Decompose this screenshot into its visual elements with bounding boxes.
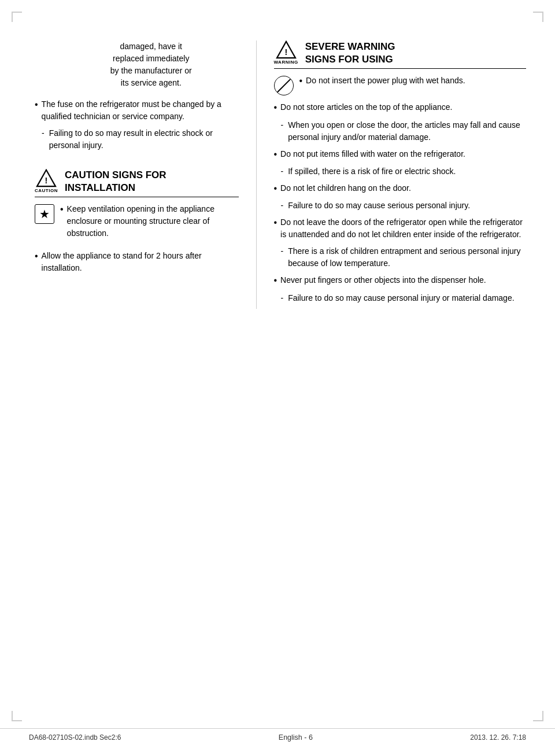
bullet-dot: • [299, 75, 303, 87]
caution-section-body: ★ • Keep ventilation opening in the appl… [35, 203, 239, 274]
bullet-dot: • [274, 148, 278, 161]
dash-sym: - [281, 292, 284, 304]
page: damaged, have it replaced immediately by… [0, 0, 555, 756]
warning-bullet-7: •Do not leave the doors of the refrigera… [274, 216, 527, 241]
warning-section-body: •Do not insert the power plug with wet h… [274, 75, 527, 304]
ventilation-bullet: ★ • Keep ventilation opening in the appl… [35, 203, 239, 244]
warning-dash-10: -Failure to do so may cause personal inj… [274, 292, 527, 304]
warning-bullet-3: •Do not put items filled with water on t… [274, 148, 527, 161]
warning-icon-bullet-0: •Do not insert the power plug with wet h… [274, 75, 527, 95]
warning-icon-block: ! WARNING [274, 40, 298, 65]
caution-section-header: ! CAUTION CAUTION SIGNS FOR INSTALLATION [35, 169, 239, 197]
content-area: damaged, have it replaced immediately by… [0, 23, 555, 326]
corner-mark-tr [533, 12, 543, 22]
circle-slash-icon [274, 76, 294, 95]
left-column: damaged, have it replaced immediately by… [35, 40, 256, 309]
dash-symbol: - [42, 127, 45, 139]
corner-mark-br [533, 711, 543, 721]
warning-dash-4: -If spilled, there is a risk of fire or … [274, 165, 527, 178]
ventilation-text: • Keep ventilation opening in the applia… [60, 203, 239, 239]
caution-triangle-icon: ! [36, 169, 57, 187]
warning-dash-6: -Failure to do so may cause serious pers… [274, 200, 527, 212]
corner-mark-tl [12, 12, 22, 22]
fuse-bullet: • The fuse on the refrigerator must be c… [35, 98, 239, 123]
warning-bullet-9: •Never put fingers or other objects into… [274, 274, 527, 287]
right-column: ! WARNING SEVERE WARNING SIGNS FOR USING… [256, 40, 527, 309]
caution-badge-label: CAUTION [35, 188, 58, 193]
allow-bullet: • Allow the appliance to stand for 2 hou… [35, 250, 239, 274]
warning-triangle-icon: ! [276, 40, 297, 59]
dash-sym: - [281, 245, 284, 257]
bullet-dot: • [274, 216, 278, 229]
bullet-dot: • [274, 274, 278, 287]
bullet-sym: • [60, 203, 64, 216]
warning-bullet-0: •Do not insert the power plug with wet h… [299, 75, 527, 87]
failing-dash: - Failing to do so may result in electri… [35, 127, 239, 152]
bullet-sym-2: • [35, 250, 38, 263]
svg-text:!: ! [45, 176, 48, 185]
svg-text:!: ! [284, 47, 287, 57]
caution-icon-block: ! CAUTION [35, 169, 58, 193]
dash-sym: - [281, 200, 284, 212]
warning-dash-8: -There is a risk of children entrapment … [274, 245, 527, 270]
footer-center: English - 6 [121, 733, 470, 742]
bullet-dot: • [274, 101, 278, 114]
warning-dash-2: -When you open or close the door, the ar… [274, 119, 527, 143]
warning-badge-label: WARNING [274, 60, 298, 65]
caution-title: CAUTION SIGNS FOR INSTALLATION [65, 169, 166, 194]
continuation-text: damaged, have it replaced immediately by… [35, 40, 239, 89]
bullet-symbol: • [35, 98, 38, 111]
dash-sym: - [281, 119, 284, 131]
bullet-dot: • [274, 182, 278, 195]
footer: DA68-02710S-02.indb Sec2:6 English - 6 2… [0, 728, 555, 742]
warning-bullet-1: •Do not store articles on the top of the… [274, 101, 527, 114]
corner-mark-bl [12, 711, 22, 721]
warning-bullet-5: •Do not let children hang on the door. [274, 182, 527, 195]
warning-title: SEVERE WARNING SIGNS FOR USING [305, 40, 395, 66]
dash-sym: - [281, 165, 284, 178]
star-icon-box: ★ [35, 204, 54, 224]
warning-section-header: ! WARNING SEVERE WARNING SIGNS FOR USING [274, 40, 527, 69]
footer-left: DA68-02710S-02.indb Sec2:6 [29, 733, 121, 742]
footer-right: 2013. 12. 26. 7:18 [470, 733, 526, 742]
